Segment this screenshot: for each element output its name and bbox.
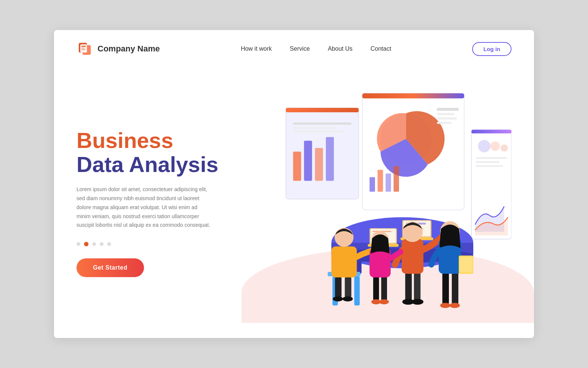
svg-rect-52: [405, 272, 412, 301]
page-wrapper: Company Name How it work Service About U…: [54, 30, 534, 338]
svg-rect-22: [437, 122, 452, 124]
svg-rect-15: [293, 131, 344, 133]
logo-area: Company Name: [76, 41, 160, 57]
svg-rect-24: [378, 170, 383, 192]
dot-1: [76, 242, 80, 246]
login-button[interactable]: Log in: [472, 42, 512, 56]
dot-2[interactable]: [84, 242, 88, 246]
hero-title: Business Data Analysis: [76, 128, 264, 176]
dot-5: [107, 242, 111, 246]
svg-point-30: [491, 142, 500, 151]
svg-rect-8: [286, 108, 358, 112]
svg-point-80: [450, 303, 460, 308]
svg-rect-33: [476, 161, 500, 163]
get-started-button[interactable]: Get Started: [76, 258, 144, 277]
main-content: Business Data Analysis Lorem ipsum dolor…: [54, 68, 534, 323]
svg-rect-5: [81, 48, 85, 48]
svg-point-57: [412, 299, 423, 305]
svg-rect-34: [476, 165, 503, 167]
dot-3: [92, 242, 96, 246]
right-panel: [471, 130, 512, 239]
nav-item-about-us[interactable]: About Us: [328, 45, 352, 52]
logo-icon: [76, 41, 93, 57]
nav-item-contact[interactable]: Contact: [370, 45, 391, 52]
svg-rect-21: [437, 118, 457, 120]
svg-point-29: [478, 140, 490, 152]
svg-rect-13: [293, 122, 351, 125]
nav-links: How it work Service About Us Contact: [241, 45, 391, 52]
company-name: Company Name: [98, 44, 160, 54]
svg-rect-60: [354, 276, 360, 306]
left-board: [286, 108, 358, 199]
pagination-dots: [76, 242, 264, 246]
svg-rect-17: [362, 94, 464, 99]
svg-point-66: [343, 296, 353, 302]
hero-description: Lorem ipsum dolor sit amet, consectetuer…: [76, 185, 212, 230]
svg-rect-25: [386, 173, 391, 192]
svg-rect-23: [369, 177, 375, 192]
svg-rect-11: [315, 148, 323, 181]
svg-rect-19: [437, 108, 459, 111]
svg-point-31: [501, 145, 507, 151]
svg-point-72: [380, 299, 389, 305]
svg-rect-26: [394, 166, 399, 192]
navbar: Company Name How it work Service About U…: [54, 30, 534, 68]
hero-illustration: [264, 83, 512, 315]
svg-rect-10: [304, 141, 312, 181]
main-board: [362, 94, 464, 210]
svg-rect-74: [452, 272, 458, 305]
svg-rect-6: [81, 49, 85, 50]
nav-item-service[interactable]: Service: [290, 45, 310, 52]
left-content: Business Data Analysis Lorem ipsum dolor…: [76, 121, 264, 278]
svg-rect-53: [414, 272, 420, 301]
right-illustration: [264, 83, 512, 315]
svg-rect-61: [335, 276, 341, 298]
svg-point-65: [333, 296, 343, 302]
svg-rect-9: [293, 152, 301, 181]
svg-rect-63: [332, 246, 357, 277]
svg-rect-67: [373, 276, 379, 301]
hero-title-line2: Data Analysis: [76, 152, 264, 176]
svg-rect-73: [442, 272, 449, 305]
svg-rect-20: [437, 113, 454, 115]
svg-rect-54: [402, 239, 423, 274]
svg-rect-4: [81, 46, 86, 47]
svg-point-79: [440, 303, 450, 308]
svg-rect-62: [345, 276, 351, 298]
svg-rect-68: [381, 276, 387, 301]
svg-rect-14: [293, 127, 337, 129]
dot-4: [100, 242, 104, 246]
svg-rect-12: [326, 137, 334, 181]
svg-rect-32: [476, 157, 507, 159]
hero-title-line1: Business: [76, 128, 264, 152]
svg-rect-78: [459, 256, 472, 273]
svg-rect-28: [471, 130, 512, 134]
nav-item-how-it-work[interactable]: How it work: [241, 45, 272, 52]
